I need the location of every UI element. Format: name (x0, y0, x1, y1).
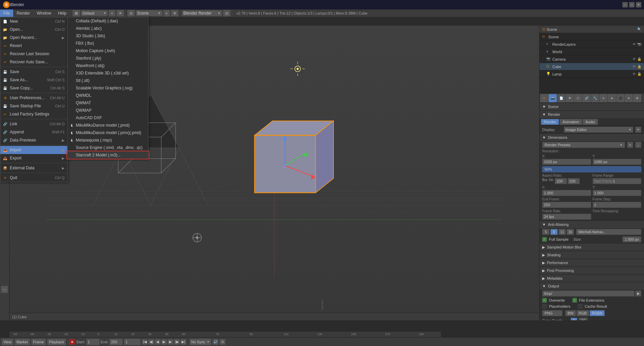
fm-import[interactable]: 📥 Import ▶ (0, 146, 67, 154)
cd-16[interactable]: 16 (579, 318, 588, 320)
tab-render[interactable]: 📷 (549, 94, 557, 102)
full-sample-checkbox[interactable]: ✓ (542, 237, 547, 242)
tab-material[interactable]: ● (608, 94, 616, 102)
border-x2[interactable]: 100 (568, 178, 580, 184)
output-header[interactable]: ▼ Output (539, 282, 644, 290)
close-button[interactable]: ✕ (636, 2, 641, 7)
tab-view3d[interactable]: 👁 (566, 94, 574, 102)
end-frame-input[interactable]: 250 (109, 339, 123, 345)
aa-pill-5[interactable]: 5 (542, 229, 550, 235)
next-keyframe-btn[interactable]: |▶ (174, 339, 180, 345)
bt-marker[interactable]: Marker (15, 339, 30, 345)
render-tab-audio[interactable]: Audio (582, 119, 598, 125)
pp-header[interactable]: ▶ Post Processing (539, 267, 644, 274)
camera-eye[interactable]: 👁 (632, 57, 636, 61)
fm-open[interactable]: 📂 Open... Ctrl O (0, 25, 67, 34)
cube-eye[interactable]: 👁 (632, 65, 636, 68)
tab-modifier[interactable]: 🔧 (591, 94, 599, 102)
scene-add-btn[interactable]: + (163, 10, 170, 17)
prev-frame-btn[interactable]: ◀ (155, 339, 161, 345)
tab-texture[interactable]: ⬛ (616, 94, 624, 102)
is-qwmat[interactable]: QWMAT (68, 99, 148, 107)
is-source-engine[interactable]: Source Engine (.smd, .vta, .dmx, .qc) (68, 144, 148, 151)
aa-pill-11[interactable]: 11 (558, 229, 566, 235)
aspect-x-val[interactable]: 1.000 (542, 190, 591, 196)
outliner-row-world[interactable]: ● World (539, 48, 644, 56)
aa-pill-16[interactable]: 16 (567, 229, 574, 235)
tab-object[interactable]: ⬡ (574, 94, 582, 102)
fm-append[interactable]: 🔗 Append Shift F1 (0, 128, 67, 136)
scene-section-header[interactable]: ▼ Scene (539, 103, 644, 110)
bt-view[interactable]: View (1, 339, 14, 345)
next-frame-btn[interactable]: ▶ (167, 339, 174, 345)
border-x1[interactable]: 100 (555, 178, 567, 184)
fm-save[interactable]: 💾 Save Ctrl S (0, 68, 67, 76)
fm-quit[interactable]: ✕ Quit Ctrl Q (0, 174, 67, 182)
render-tab-render[interactable]: Render (541, 119, 559, 125)
renderlayers-cam[interactable]: 📷 (637, 42, 641, 46)
is-miku1[interactable]: 🐧 MikuMikuDance model (.pmd) (68, 122, 148, 129)
tab-particles[interactable]: ✦ (625, 94, 633, 102)
render-tab-animation[interactable]: Animation (559, 119, 582, 125)
layout-x-btn[interactable]: ✕ (116, 10, 124, 17)
cd-8[interactable]: 8 (571, 318, 577, 320)
is-stanford[interactable]: Stanford (.ply) (68, 55, 148, 62)
layout-add-btn[interactable]: + (109, 10, 115, 17)
fmt-rgba[interactable]: RGBA (590, 310, 605, 316)
bt-frame[interactable]: Frame (31, 339, 46, 345)
is-mocap[interactable]: Motion Capture (.bvh) (68, 47, 148, 55)
scene-x-btn[interactable]: ✕ (171, 10, 179, 17)
fm-export[interactable]: 📤 Export ▶ (0, 154, 67, 162)
is-stl[interactable]: Stl (.stl) (68, 77, 148, 84)
outliner-row-cube[interactable]: ⬡ Cube 👁 🔒 (539, 63, 644, 70)
menu-window[interactable]: Window (33, 9, 55, 17)
minimize-button[interactable]: ─ (622, 2, 628, 7)
output-path-field[interactable]: /tmp/ (542, 290, 635, 297)
render-presets-remove[interactable]: - (635, 142, 641, 148)
is-qwmdl[interactable]: QWMDL (68, 92, 148, 99)
motion-blur-header[interactable]: ▶ Sampled Motion Blur (539, 243, 644, 251)
fm-recover-auto[interactable]: ↩ Recover Auto Save... (0, 58, 67, 66)
outliner-row-camera[interactable]: 📷 Camera 👁 🔒 (539, 56, 644, 63)
aa-header[interactable]: ▼ Anti-Aliasing (539, 221, 644, 228)
fm-save-copy[interactable]: 💾 Save Copy... Ctrl Alt S (0, 84, 67, 92)
fm-revert[interactable]: ↩ Revert (0, 42, 67, 50)
current-frame-input[interactable]: 1 (124, 339, 141, 345)
render-presets-select[interactable]: Render Presets ▼ (542, 142, 625, 148)
is-fbx[interactable]: FBX (.fbx) (68, 40, 148, 47)
outliner-row-scene[interactable]: ⊙ Scene (539, 33, 644, 41)
performance-header[interactable]: ▶ Performance (539, 259, 644, 266)
fm-user-prefs[interactable]: ⚙ User Preferences... Ctrl Alt U (0, 94, 67, 102)
outliner-row-lamp[interactable]: 💡 Lamp 👁 🔒 (539, 70, 644, 78)
is-svg[interactable]: Scalable Vector Graphics (.svg) (68, 84, 148, 92)
maximize-button[interactable]: □ (629, 2, 635, 7)
menu-render[interactable]: Render (13, 9, 33, 17)
is-metasequoia[interactable]: 🐧 Metasequoia (.mqo) (68, 136, 148, 144)
audio-btn[interactable]: 🔊 (212, 339, 218, 345)
is-3ds[interactable]: 3D Studio (.3ds) (68, 32, 148, 40)
fm-new[interactable]: 📄 New Ctrl N (0, 17, 67, 25)
cube-restrict[interactable]: 🔒 (637, 65, 641, 68)
is-qwmap[interactable]: QWMAP (68, 107, 148, 114)
mitchell-pill[interactable]: Mitchell-Netrav... (576, 229, 641, 235)
metadata-header[interactable]: ▶ Metadata (539, 275, 644, 282)
aa-pill-8[interactable]: 8 (550, 229, 558, 235)
fm-data-previews[interactable]: 🔗 Data Previews ▶ (0, 136, 67, 144)
tab-output[interactable]: 📄 (557, 94, 565, 102)
fm-save-as[interactable]: 💾 Save As... Shift Ctrl S (0, 76, 67, 84)
is-autocad[interactable]: AutoCAD DXF (68, 114, 148, 122)
lamp-eye[interactable]: 👁 (632, 72, 636, 76)
game-icon-btn[interactable]: ⊙ (223, 10, 231, 17)
fm-open-recent[interactable]: 📂 Open Recent... ▶ (0, 34, 67, 42)
render-section-header[interactable]: ▼ Render (539, 111, 644, 118)
bt-playback[interactable]: Playback (47, 339, 66, 345)
fmt-bw[interactable]: BW (565, 310, 576, 316)
fm-external-data[interactable]: 📦 External Data ▶ (0, 164, 67, 172)
is-x3d[interactable]: X3D Extensible 3D (.x3d/.wrl) (68, 69, 148, 77)
fps-val[interactable]: 24 fps (542, 214, 591, 220)
skip-start-btn[interactable]: |◀ (142, 339, 148, 345)
sync-select[interactable]: No Sync ▼ (189, 339, 211, 345)
is-starcraft[interactable]: Starcraft 2 Model (.m3)... (68, 151, 148, 159)
dimensions-header[interactable]: ▼ Dimensions (539, 134, 644, 141)
is-miku2[interactable]: 🐧 MikuMikuDance model (.pmx)(.pmd) (68, 129, 148, 136)
